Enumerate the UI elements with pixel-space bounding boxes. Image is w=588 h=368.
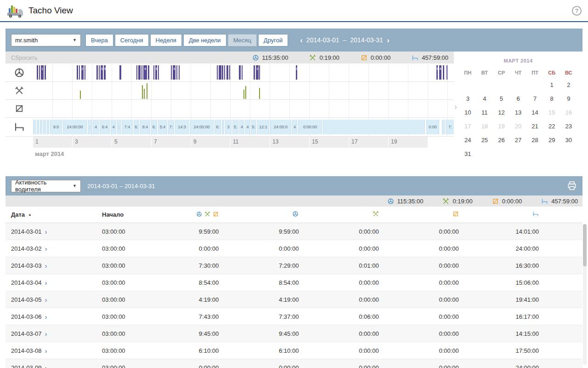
work-segment [80, 91, 81, 99]
col-total-header[interactable] [182, 211, 262, 218]
cell-start: 03:00:00 [97, 262, 182, 269]
table-row[interactable]: 2014-03-09›03:00:000:00:000:00:000:00:00… [6, 359, 582, 368]
date-range-nav: ‹ 2014-03-01 – 2014-03-31 › [300, 36, 389, 44]
cell-total: 9:59:00 [182, 228, 262, 235]
driving-segment [77, 65, 78, 80]
print-icon[interactable] [567, 181, 577, 191]
calendar-day-27[interactable]: 27 [510, 133, 527, 147]
row-expand-icon[interactable]: › [45, 228, 47, 235]
period-button-month[interactable]: Месяц [228, 34, 257, 46]
row-expand-icon[interactable]: › [45, 347, 47, 354]
row-expand-icon[interactable]: › [45, 364, 47, 368]
calendar-day-7[interactable]: 7 [526, 92, 543, 106]
next-range-icon[interactable]: › [387, 36, 390, 44]
driving-segment [148, 65, 149, 80]
calendar-day-13[interactable]: 13 [510, 106, 527, 120]
table-row[interactable]: 2014-03-04›03:00:008:54:008:54:000:00:00… [6, 274, 582, 291]
calendar-grid: ПНВТСРЧТПТСБВС12345678910111213141516171… [454, 67, 582, 161]
row-expand-icon[interactable]: › [45, 262, 47, 269]
calendar-day-3[interactable]: 3 [459, 92, 476, 106]
col-date-header[interactable]: Дата ▲ [6, 211, 97, 218]
calendar-day-14[interactable]: 14 [526, 106, 543, 120]
table-row[interactable]: 2014-03-02›03:00:000:00:000:00:000:00:00… [6, 240, 582, 257]
axis-day-label: 7 [152, 137, 191, 148]
row-expand-icon[interactable]: › [45, 313, 47, 320]
stat-driving: 115:35:00 [387, 198, 424, 205]
table-row[interactable]: 2014-03-08›03:00:006:10:006:10:000:00:00… [6, 342, 582, 359]
rest-block: 24:00:0 [270, 120, 291, 134]
rest-block: 12:1 [257, 120, 269, 134]
driver-select[interactable]: mr.smith ▼ [11, 34, 81, 46]
cell-availability: 0:00:00 [423, 262, 503, 269]
row-expand-icon[interactable]: › [45, 279, 47, 286]
table-scrollbar[interactable] [583, 224, 587, 365]
axis-day-label: 9 [191, 137, 230, 148]
calendar-day-30[interactable]: 30 [560, 133, 577, 147]
driving-segment [85, 65, 85, 80]
calendar-day-5[interactable]: 5 [493, 92, 510, 106]
col-start-header[interactable]: Начало [97, 211, 182, 218]
report-type-select[interactable]: Активность водителя ▼ [11, 180, 81, 192]
calendar-day-21[interactable]: 21 [526, 120, 543, 133]
row-expand-icon[interactable]: › [45, 330, 47, 337]
rest-block: : [117, 120, 121, 134]
calendar-day-6[interactable]: 6 [510, 92, 527, 106]
calendar-day-29[interactable]: 29 [543, 133, 560, 147]
calendar-empty-cell [476, 147, 493, 161]
work-segment [259, 88, 260, 99]
calendar-day-28[interactable]: 28 [526, 133, 543, 147]
help-icon[interactable]: ? [572, 6, 582, 16]
calendar-day-24[interactable]: 24 [459, 133, 476, 147]
period-button-today[interactable]: Сегодня [115, 34, 149, 46]
timeline-panel: mr.smith ▼ ВчераСегодняНеделяДве неделиМ… [6, 29, 582, 160]
reset-button[interactable]: Сбросить [6, 54, 38, 61]
calendar-weekdays: ПНВТСРЧТПТСБВС [454, 67, 582, 78]
driving-segment [141, 65, 142, 80]
calendar-day-26[interactable]: 26 [493, 133, 510, 147]
weekday-label: ПН [459, 67, 476, 78]
driving-segment [443, 65, 444, 80]
row-expand-icon[interactable]: › [45, 296, 47, 303]
calendar-day-11[interactable]: 11 [476, 106, 493, 120]
table-row[interactable]: 2014-03-01›03:00:009:59:009:59:000:00:00… [6, 223, 582, 240]
calendar-day-22[interactable]: 22 [543, 120, 560, 133]
cell-driving: 8:54:00 [262, 279, 342, 286]
calendar-day-10[interactable]: 10 [459, 106, 476, 120]
calendar-day-2[interactable]: 2 [560, 78, 577, 92]
calendar-day-12[interactable]: 12 [493, 106, 510, 120]
calendar-day-9[interactable]: 9 [560, 92, 577, 106]
calendar-day-23[interactable]: 23 [560, 120, 577, 133]
table-row[interactable]: 2014-03-07›03:00:009:45:009:45:000:00:00… [6, 325, 582, 342]
calendar-day-25[interactable]: 25 [476, 133, 493, 147]
rest-block: 5:4 [158, 120, 167, 134]
col-work-header[interactable] [342, 211, 422, 218]
driving-segment [179, 65, 180, 80]
calendar-week: 3456789 [454, 92, 582, 106]
period-button-yesterday[interactable]: Вчера [85, 34, 113, 46]
calendar-week: 10111213141516 [454, 106, 582, 120]
driving-segment [79, 65, 80, 80]
period-button-custom[interactable]: Другой [258, 34, 288, 46]
calendar-day-8[interactable]: 8 [543, 92, 560, 106]
row-expand-icon[interactable]: › [45, 245, 47, 252]
axis-day-label: 13 [270, 137, 309, 148]
report-stats: 115:35:000:19:000:00:00457:59:00 [387, 198, 582, 205]
calendar-expand-icon[interactable]: › [454, 102, 457, 112]
table-row[interactable]: 2014-03-05›03:00:004:19:004:19:000:00:00… [6, 291, 582, 308]
calendar-day-31[interactable]: 31 [459, 147, 476, 161]
cell-start: 03:00:00 [97, 228, 182, 235]
col-date-label: Дата [11, 211, 25, 218]
table-row[interactable]: 2014-03-06›03:00:007:43:007:37:000:06:00… [6, 308, 582, 325]
driving-segment: 3 [101, 65, 103, 80]
period-button-week[interactable]: Неделя [150, 34, 182, 46]
scrollbar-thumb[interactable] [583, 224, 587, 266]
calendar-day-1[interactable]: 1 [543, 78, 560, 92]
col-rest-header[interactable] [503, 211, 582, 218]
driving-segment: 1 [41, 65, 44, 80]
prev-range-icon[interactable]: ‹ [300, 36, 303, 44]
calendar-day-4[interactable]: 4 [476, 92, 493, 106]
table-row[interactable]: 2014-03-03›03:00:007:30:007:29:000:01:00… [6, 257, 582, 274]
col-availability-header[interactable] [423, 211, 503, 218]
period-button-two-weeks[interactable]: Две недели [183, 34, 226, 46]
col-driving-header[interactable] [262, 211, 342, 218]
